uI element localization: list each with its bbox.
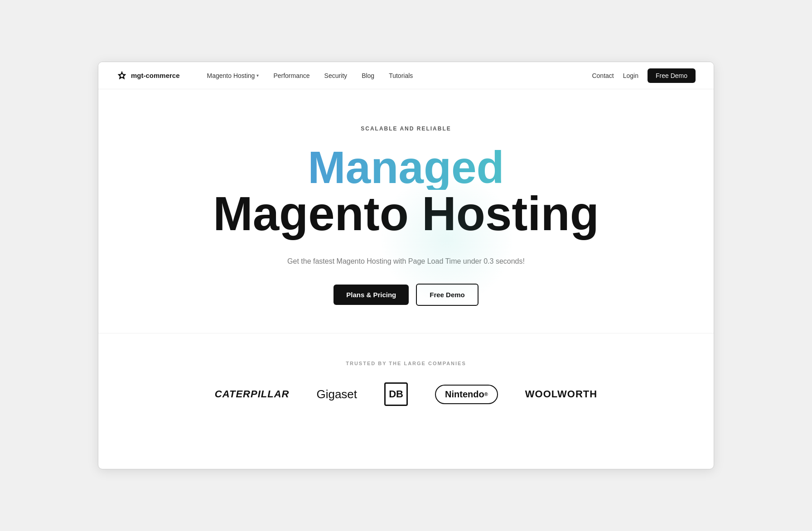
nav-magento-hosting[interactable]: Magento Hosting ▾ xyxy=(207,72,259,79)
logo-text: mgt-commerce xyxy=(131,72,180,79)
hero-magento-hosting-text: Magento Hosting xyxy=(213,190,599,237)
navbar-nav: Magento Hosting ▾ Performance Security B… xyxy=(207,72,592,79)
chevron-down-icon: ▾ xyxy=(256,73,259,78)
nav-blog[interactable]: Blog xyxy=(362,72,374,79)
gigaset-logo: Gigaset xyxy=(316,387,357,401)
caterpillar-logo: CATERPILLAR xyxy=(215,388,290,400)
logo[interactable]: mgt-commerce xyxy=(116,70,180,81)
browser-frame: mgt-commerce Magento Hosting ▾ Performan… xyxy=(98,62,714,469)
hero-free-demo-button[interactable]: Free Demo xyxy=(416,284,478,306)
plans-pricing-button[interactable]: Plans & Pricing xyxy=(334,285,409,305)
woolworth-logo: WOOLWORTH xyxy=(525,388,597,400)
db-logo: DB xyxy=(384,382,408,406)
hero-heading: Managed Magento Hosting xyxy=(213,145,599,237)
hero-eyebrow: SCALABLE AND RELIABLE xyxy=(361,126,451,132)
nav-login[interactable]: Login xyxy=(623,72,638,79)
nav-security[interactable]: Security xyxy=(324,72,348,79)
logo-icon xyxy=(116,70,127,81)
nav-performance[interactable]: Performance xyxy=(273,72,309,79)
svg-point-0 xyxy=(121,74,123,77)
nintendo-logo: Nintendo® xyxy=(435,385,498,404)
hero-subtitle: Get the fastest Magento Hosting with Pag… xyxy=(287,257,525,266)
hero-buttons: Plans & Pricing Free Demo xyxy=(334,284,478,306)
nav-contact[interactable]: Contact xyxy=(592,72,614,79)
nav-tutorials[interactable]: Tutorials xyxy=(389,72,413,79)
navbar: mgt-commerce Magento Hosting ▾ Performan… xyxy=(98,62,714,89)
hero-section: SCALABLE AND RELIABLE Managed Magento Ho… xyxy=(98,89,714,333)
trusted-label: TRUSTED BY THE LARGE COMPANIES xyxy=(116,361,696,366)
trusted-logos: CATERPILLAR Gigaset DB Nintendo® WOOLWOR… xyxy=(116,382,696,406)
navbar-right: Contact Login Free Demo xyxy=(592,68,696,83)
trusted-section: TRUSTED BY THE LARGE COMPANIES CATERPILL… xyxy=(98,333,714,442)
hero-managed-text: Managed xyxy=(213,145,599,190)
nav-free-demo-button[interactable]: Free Demo xyxy=(648,68,696,83)
